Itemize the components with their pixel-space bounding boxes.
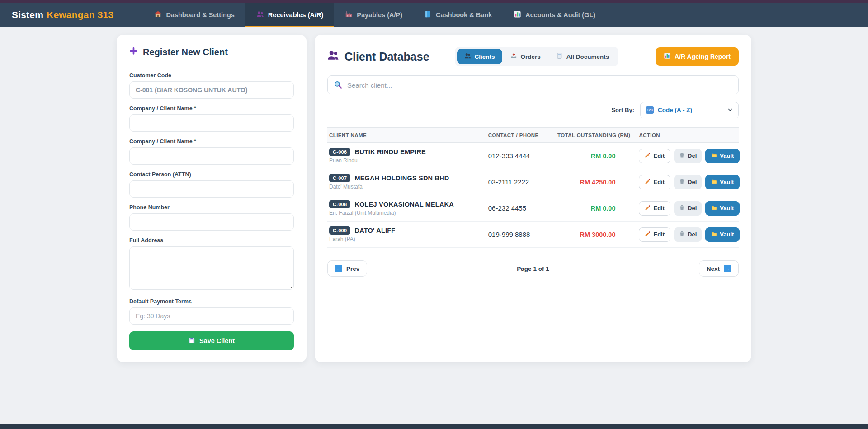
trash-icon bbox=[679, 179, 685, 186]
field-contact-person: Contact Person (ATTN) bbox=[129, 171, 294, 198]
phone-number-input[interactable] bbox=[129, 213, 294, 231]
field-full-address: Full Address bbox=[129, 237, 294, 292]
edit-button[interactable]: Edit bbox=[639, 149, 670, 163]
pencil-icon bbox=[645, 205, 651, 212]
edit-button[interactable]: Edit bbox=[639, 227, 670, 242]
nav-tab-payables[interactable]: Payables (A/P) bbox=[334, 3, 413, 27]
customer-code-label: Customer Code bbox=[129, 72, 294, 79]
save-client-button[interactable]: Save Client bbox=[129, 331, 294, 350]
vault-button[interactable]: Vault bbox=[705, 227, 740, 242]
company-name-input-1[interactable] bbox=[129, 114, 294, 132]
nav-tab-label: Accounts & Audit (GL) bbox=[525, 11, 595, 19]
table-row: C-008 KOLEJ VOKASIONAL MELAKA En. Faizal… bbox=[327, 195, 739, 222]
register-client-card: Register New Client Customer Code Compan… bbox=[117, 35, 307, 362]
tab-orders-label: Orders bbox=[521, 53, 541, 60]
folder-icon bbox=[711, 231, 717, 238]
pencil-icon bbox=[645, 231, 651, 238]
client-code-badge: C-006 bbox=[329, 148, 350, 156]
app-logo: Sistem Kewangan 313 bbox=[0, 3, 125, 27]
navbar: Sistem Kewangan 313 Dashboard & Settings… bbox=[0, 3, 868, 27]
delete-button[interactable]: Del bbox=[674, 201, 702, 216]
client-outstanding: RM 4250.00 bbox=[557, 179, 639, 186]
customer-code-input[interactable] bbox=[129, 81, 294, 99]
tab-orders[interactable]: Orders bbox=[503, 49, 548, 64]
client-name: KOLEJ VOKASIONAL MELAKA bbox=[354, 201, 453, 208]
bar-chart-icon bbox=[664, 52, 670, 61]
client-name: BUTIK RINDU EMPIRE bbox=[354, 148, 425, 156]
vault-button[interactable]: Vault bbox=[705, 149, 740, 163]
ar-ageing-report-button[interactable]: A/R Ageing Report bbox=[656, 47, 739, 66]
contact-person-label: Contact Person (ATTN) bbox=[129, 171, 294, 178]
client-name: MEGAH HOLDINGS SDN BHD bbox=[354, 174, 449, 182]
next-label: Next bbox=[707, 265, 720, 272]
people-icon bbox=[256, 10, 264, 19]
col-header-total-outstanding: TOTAL OUTSTANDING (RM) bbox=[557, 132, 639, 138]
table-row: C-007 MEGAH HOLDINGS SDN BHD Dato' Musta… bbox=[327, 169, 739, 195]
full-address-textarea[interactable] bbox=[129, 246, 294, 290]
phone-number-label: Phone Number bbox=[129, 204, 294, 211]
search-client-input[interactable] bbox=[327, 75, 739, 94]
tab-clients[interactable]: Clients bbox=[457, 49, 502, 64]
nav-tab-accounts[interactable]: Accounts & Audit (GL) bbox=[503, 3, 606, 27]
field-company-name-2: Company / Client Name * bbox=[129, 138, 294, 165]
book-icon bbox=[424, 10, 432, 19]
field-company-name-1: Company / Client Name * bbox=[129, 105, 294, 132]
client-code-badge: C-007 bbox=[329, 174, 350, 182]
payment-terms-input[interactable] bbox=[129, 307, 294, 325]
page-title: Client Database bbox=[327, 49, 429, 64]
prev-label: Prev bbox=[346, 265, 359, 272]
nav-tab-receivables[interactable]: Receivables (A/R) bbox=[245, 3, 335, 27]
field-phone-number: Phone Number bbox=[129, 204, 294, 231]
view-tab-group: Clients Orders All Documents bbox=[455, 47, 619, 66]
save-button-label: Save Client bbox=[199, 337, 235, 344]
folder-icon bbox=[711, 179, 717, 186]
table-header-row: CLIENT NAME CONTACT / PHONE TOTAL OUTSTA… bbox=[327, 127, 739, 143]
contact-person-input[interactable] bbox=[129, 180, 294, 198]
nav-tab-dashboard[interactable]: Dashboard & Settings bbox=[143, 3, 245, 27]
next-page-button[interactable]: Next → bbox=[699, 260, 739, 277]
nav-tab-label: Cashbook & Bank bbox=[436, 11, 492, 19]
client-contact-person: Farah (PA) bbox=[329, 236, 488, 242]
prev-page-button[interactable]: ← Prev bbox=[327, 260, 367, 277]
folder-icon bbox=[711, 205, 717, 212]
vault-button[interactable]: Vault bbox=[705, 175, 740, 189]
table-row: C-006 BUTIK RINDU EMPIRE Puan Rindu 012-… bbox=[327, 143, 739, 169]
house-icon bbox=[154, 10, 162, 19]
page-indicator: Page 1 of 1 bbox=[517, 265, 549, 272]
edit-button[interactable]: Edit bbox=[639, 201, 670, 216]
col-header-contact-phone: CONTACT / PHONE bbox=[488, 132, 557, 138]
brand-part2: Kewangan 313 bbox=[47, 9, 113, 20]
plus-icon bbox=[129, 47, 138, 57]
nav-tabs: Dashboard & Settings Receivables (A/R) P… bbox=[143, 3, 606, 27]
client-code-badge: C-009 bbox=[329, 226, 350, 235]
pagination: ← Prev Page 1 of 1 Next → bbox=[327, 260, 739, 277]
tab-all-documents[interactable]: All Documents bbox=[549, 49, 617, 64]
search-bar bbox=[327, 75, 739, 94]
field-customer-code: Customer Code bbox=[129, 72, 294, 99]
col-header-action: ACTION bbox=[639, 132, 736, 138]
sort-row: Sort By: 123 Code (A - Z) bbox=[327, 102, 739, 118]
delete-button[interactable]: Del bbox=[674, 149, 702, 163]
nav-tab-label: Payables (A/P) bbox=[357, 11, 402, 19]
tab-all-documents-label: All Documents bbox=[566, 53, 609, 60]
arrow-left-icon: ← bbox=[335, 265, 342, 272]
client-code-badge: C-008 bbox=[329, 200, 350, 208]
vault-button[interactable]: Vault bbox=[705, 201, 740, 216]
nav-tab-cashbook[interactable]: Cashbook & Bank bbox=[413, 3, 503, 27]
company-name-input-2[interactable] bbox=[129, 147, 294, 165]
input-numbers-icon: 123 bbox=[646, 106, 654, 114]
client-outstanding: RM 3000.00 bbox=[557, 231, 639, 238]
pencil-icon bbox=[645, 152, 651, 160]
delete-button[interactable]: Del bbox=[674, 227, 702, 242]
client-name: DATO' ALIFF bbox=[354, 227, 395, 234]
arrow-right-icon: → bbox=[724, 265, 731, 272]
edit-button[interactable]: Edit bbox=[639, 175, 670, 189]
delete-button[interactable]: Del bbox=[674, 175, 702, 189]
nav-tab-label: Dashboard & Settings bbox=[166, 11, 234, 19]
folder-icon bbox=[711, 152, 717, 160]
register-form-title: Register New Client bbox=[129, 47, 294, 64]
payment-terms-label: Default Payment Terms bbox=[129, 298, 294, 305]
sort-select[interactable]: 123 Code (A - Z) bbox=[640, 102, 739, 118]
company-name-label: Company / Client Name * bbox=[129, 138, 294, 145]
client-contact-person: En. Faizal (Unit Multimedia) bbox=[329, 210, 488, 216]
